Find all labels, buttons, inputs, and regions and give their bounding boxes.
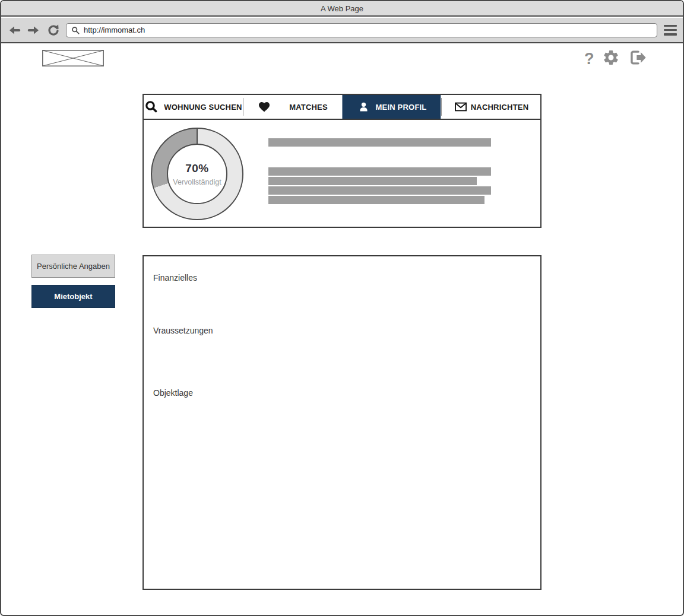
- placeholder-bar: [268, 177, 477, 185]
- browser-titlebar: A Web Page: [1, 1, 683, 17]
- heart-icon: [257, 100, 271, 114]
- profile-completion-panel: 70% Vervollständigt: [142, 119, 542, 228]
- hamburger-menu-icon[interactable]: [664, 25, 677, 36]
- tab-label: WOHNUNG SUCHEN: [164, 103, 242, 112]
- tab-label: MEIN PROFIL: [376, 103, 427, 112]
- sidebar-item-mietobjekt[interactable]: Mietobjekt: [31, 285, 115, 308]
- tab-mein-profil[interactable]: MEIN PROFIL: [342, 95, 441, 119]
- completion-caption: Vervollständigt: [173, 178, 221, 186]
- placeholder-text-bars: [268, 120, 540, 227]
- main-tab-bar: WOHNUNG SUCHEN MATCHES MEIN PROFIL NACHR…: [142, 94, 542, 120]
- tab-nachrichten[interactable]: NACHRICHTEN: [441, 95, 540, 119]
- user-icon: [357, 100, 370, 114]
- completion-donut: 70% Vervollständigt: [151, 128, 243, 220]
- section-label-vraussetzungen: Vraussetzungen: [153, 326, 213, 335]
- envelope-icon: [453, 100, 468, 114]
- back-button[interactable]: [7, 23, 21, 37]
- placeholder-bar: [268, 186, 491, 195]
- tab-label: MATCHES: [289, 103, 328, 112]
- logout-icon[interactable]: [628, 48, 647, 69]
- window-title: A Web Page: [321, 4, 363, 13]
- browser-window: A Web Page http://imm: [0, 0, 684, 616]
- placeholder-bar: [268, 196, 484, 204]
- forward-arrow-icon: [27, 24, 40, 37]
- tab-label: NACHRICHTEN: [471, 103, 529, 112]
- section-label-objektlage: Objektlage: [153, 388, 193, 398]
- donut-segment-tick: [197, 129, 198, 144]
- refresh-icon: [47, 24, 60, 37]
- refresh-button[interactable]: [46, 23, 61, 37]
- settings-gear-icon[interactable]: [602, 49, 620, 69]
- placeholder-bar: [268, 138, 491, 147]
- completion-percent: 70%: [185, 162, 209, 175]
- sidebar-item-persoenliche-angaben[interactable]: Persönliche Angaben: [31, 255, 115, 278]
- help-icon[interactable]: ?: [584, 51, 594, 67]
- tab-matches[interactable]: MATCHES: [243, 95, 342, 119]
- url-text: http://immomat.ch: [84, 26, 145, 34]
- section-label-finanzielles: Finanzielles: [153, 273, 197, 282]
- address-bar[interactable]: http://immomat.ch: [66, 23, 657, 37]
- url-search-icon: [71, 26, 80, 35]
- profile-form-panel: Finanzielles Vraussetzungen Objektlage: [142, 255, 542, 590]
- browser-toolbar: http://immomat.ch: [1, 18, 683, 43]
- search-icon: [144, 100, 159, 114]
- forward-button[interactable]: [27, 23, 41, 37]
- header-action-icons: ?: [584, 49, 647, 69]
- back-arrow-icon: [8, 24, 21, 37]
- placeholder-bar: [268, 167, 491, 176]
- logo-placeholder-image: [42, 50, 104, 66]
- tab-wohnung-suchen[interactable]: WOHNUNG SUCHEN: [144, 95, 243, 119]
